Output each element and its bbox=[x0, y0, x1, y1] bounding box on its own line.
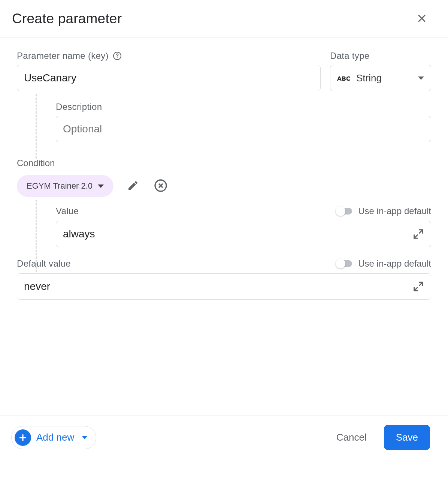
default-value-input[interactable] bbox=[17, 273, 431, 300]
tree-connector bbox=[36, 94, 37, 159]
data-type-select[interactable]: ᴀʙᴄ String bbox=[330, 65, 431, 91]
condition-chip[interactable]: EGYM Trainer 2.0 bbox=[17, 175, 113, 197]
condition-section-label: Condition bbox=[17, 158, 431, 168]
default-value-header: Default value Use in-app default bbox=[17, 258, 431, 269]
parameter-name-field: Parameter name (key) bbox=[17, 51, 321, 91]
expand-icon[interactable] bbox=[412, 280, 424, 292]
dropdown-icon bbox=[418, 76, 424, 80]
use-in-app-default-label: Use in-app default bbox=[358, 206, 431, 216]
data-type-value: String bbox=[356, 72, 382, 84]
add-new-button[interactable]: Add new bbox=[11, 426, 96, 449]
edit-condition-button[interactable] bbox=[125, 178, 141, 194]
close-icon bbox=[416, 13, 427, 25]
add-new-label: Add new bbox=[36, 432, 74, 443]
default-value-label: Default value bbox=[17, 258, 71, 269]
condition-value-label: Value bbox=[56, 206, 79, 216]
expand-icon[interactable] bbox=[412, 228, 424, 240]
description-label: Description bbox=[56, 102, 102, 112]
close-button[interactable] bbox=[414, 10, 430, 27]
use-in-app-default-toggle-condition[interactable] bbox=[336, 208, 352, 214]
description-block: Description bbox=[17, 91, 431, 142]
condition-value-block: Value Use in-app default bbox=[17, 197, 431, 247]
dialog-footer: Add new Cancel Save bbox=[0, 416, 448, 459]
remove-condition-button[interactable] bbox=[152, 178, 169, 194]
circle-x-icon bbox=[154, 179, 167, 194]
pencil-icon bbox=[127, 180, 139, 193]
parameter-name-input[interactable] bbox=[17, 65, 321, 91]
plus-icon bbox=[15, 429, 31, 446]
dialog-header: Create parameter bbox=[0, 0, 448, 38]
use-in-app-default-toggle-default[interactable] bbox=[336, 260, 352, 267]
data-type-label: Data type bbox=[330, 51, 369, 61]
data-type-field: Data type ᴀʙᴄ String bbox=[330, 51, 431, 91]
dialog-title: Create parameter bbox=[12, 11, 122, 27]
condition-chip-label: EGYM Trainer 2.0 bbox=[27, 181, 93, 191]
description-input[interactable] bbox=[56, 116, 431, 142]
chevron-down-icon bbox=[82, 436, 88, 439]
save-button[interactable]: Save bbox=[384, 425, 430, 450]
help-icon[interactable] bbox=[112, 51, 122, 61]
condition-row: EGYM Trainer 2.0 bbox=[17, 175, 431, 197]
chevron-down-icon bbox=[98, 184, 104, 188]
string-type-icon: ᴀʙᴄ bbox=[337, 74, 350, 82]
svg-point-3 bbox=[117, 57, 118, 58]
parameter-name-label: Parameter name (key) bbox=[17, 51, 109, 61]
condition-value-input[interactable] bbox=[56, 221, 431, 247]
cancel-button[interactable]: Cancel bbox=[328, 426, 375, 449]
tree-connector bbox=[36, 200, 37, 279]
use-in-app-default-label: Use in-app default bbox=[358, 258, 431, 269]
